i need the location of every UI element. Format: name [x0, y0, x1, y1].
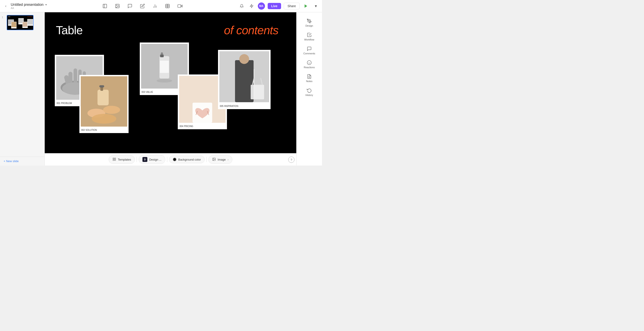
notes-icon: [307, 74, 312, 79]
templates-icon: [112, 158, 116, 162]
card-005-label: 005 INSPIRATION: [220, 105, 238, 107]
slide-item[interactable]: 1 Table of contents: [2, 15, 43, 30]
svg-rect-55: [114, 158, 116, 159]
back-button[interactable]: ‹: [3, 3, 9, 9]
templates-button[interactable]: Templates: [109, 156, 135, 164]
design-panel-button[interactable]: Design: [296, 16, 322, 30]
comments-panel-button[interactable]: Comments: [296, 44, 322, 58]
new-slide-button[interactable]: + New slide: [0, 156, 44, 166]
design-label: Design: [306, 24, 313, 27]
workflow-icon: [307, 32, 312, 37]
frame-tool-icon[interactable]: [101, 2, 109, 10]
notes-panel-button[interactable]: Notes: [296, 71, 322, 85]
design-button[interactable]: D Design ...: [139, 155, 165, 164]
toolbar: [47, 2, 238, 10]
slide-list: 1 Table of contents: [0, 12, 44, 156]
help-button[interactable]: ?: [288, 156, 294, 163]
play-button[interactable]: [302, 2, 310, 10]
history-icon: [307, 88, 312, 93]
svg-point-47: [308, 20, 310, 21]
card-002-solution[interactable]: 002 SOLUTION: [80, 75, 128, 133]
svg-point-28: [103, 106, 120, 114]
image-chevron-icon: ›: [228, 158, 228, 161]
slide-thumbnail[interactable]: Table of contents: [7, 15, 34, 30]
bottom-bar: Templates D Design ... Background color …: [45, 153, 296, 166]
svg-point-42: [239, 54, 249, 64]
avatar[interactable]: MA: [258, 2, 265, 10]
card-002-label: 002 SOLUTION: [81, 129, 97, 131]
slide-number: 1: [2, 16, 5, 18]
svg-rect-57: [114, 160, 116, 160]
svg-point-59: [213, 158, 214, 159]
right-panel: Design Workflow Comments Reactions Notes…: [296, 12, 322, 166]
comments-icon: [307, 46, 312, 51]
svg-point-48: [307, 60, 311, 65]
design-d-icon: D: [142, 157, 147, 162]
slides-panel: 1 Table of contents: [0, 12, 45, 166]
reactions-icon: [307, 60, 312, 65]
card-001-label: 001 PROBLEM: [56, 102, 72, 104]
svg-point-35: [156, 79, 172, 82]
presentation-title: Untitled presentation: [11, 3, 44, 7]
card-003-label: 003 VALUE: [142, 91, 153, 93]
workflow-panel-button[interactable]: Workflow: [296, 30, 322, 44]
reactions-panel-button[interactable]: Reactions: [296, 58, 322, 71]
templates-label: Templates: [118, 158, 131, 161]
share-button[interactable]: Share: [284, 3, 300, 10]
history-label: History: [306, 94, 313, 96]
card-004-label: 004 PRICING: [180, 125, 193, 128]
topbar-right: MA Live Share ▾: [238, 2, 319, 10]
svg-rect-56: [113, 160, 114, 160]
speech-bubble-icon[interactable]: [126, 2, 134, 10]
more-button[interactable]: ▾: [312, 2, 319, 10]
svg-rect-12: [178, 5, 181, 8]
image-tool-icon[interactable]: [113, 2, 122, 10]
chart-tool-icon[interactable]: [151, 2, 159, 10]
slide-title-white: Table: [56, 24, 82, 37]
design-tool-label: Design ...: [149, 158, 162, 161]
bottom-divider-2: [167, 157, 167, 162]
canvas-area: Table of contents 001 PROBLEM: [45, 12, 296, 153]
svg-rect-0: [103, 4, 107, 8]
background-color-button[interactable]: Background color: [169, 156, 204, 163]
svg-marker-14: [304, 4, 307, 8]
history-panel-button[interactable]: History: [296, 85, 322, 99]
svg-rect-54: [113, 158, 114, 159]
svg-marker-13: [250, 4, 253, 8]
svg-marker-11: [181, 5, 182, 7]
bg-color-circle: [173, 158, 176, 161]
title-subtitle: AA: [11, 7, 47, 10]
svg-point-3: [116, 5, 117, 6]
comments-label: Comments: [303, 52, 315, 55]
svg-rect-44: [251, 85, 264, 99]
slide-canvas[interactable]: Table of contents 001 PROBLEM: [45, 12, 296, 153]
svg-point-29: [92, 114, 116, 124]
image-label: Image: [218, 158, 226, 161]
slide-title-orange: of contents: [224, 24, 278, 37]
topbar: ‹ Untitled presentation ▾ AA: [0, 0, 322, 12]
bolt-button[interactable]: [248, 2, 255, 10]
image-button[interactable]: Image ›: [208, 156, 232, 164]
reactions-label: Reactions: [304, 66, 315, 69]
design-icon: [307, 18, 312, 24]
bg-color-label: Background color: [178, 158, 201, 161]
notification-button[interactable]: [238, 2, 245, 10]
live-button[interactable]: Live: [268, 3, 281, 9]
card-005-inspiration[interactable]: 005 INSPIRATION: [218, 50, 270, 109]
media-tool-icon[interactable]: [176, 2, 184, 10]
svg-rect-26: [99, 85, 104, 88]
svg-rect-24: [98, 90, 109, 105]
svg-rect-34: [160, 60, 169, 73]
notes-label: Notes: [306, 80, 312, 82]
image-icon: [212, 158, 216, 162]
workflow-label: Workflow: [304, 38, 314, 41]
draw-tool-icon[interactable]: [138, 2, 146, 10]
svg-rect-33: [160, 54, 164, 57]
title-area: Untitled presentation ▾ AA: [11, 3, 47, 10]
table-tool-icon[interactable]: [164, 2, 172, 10]
